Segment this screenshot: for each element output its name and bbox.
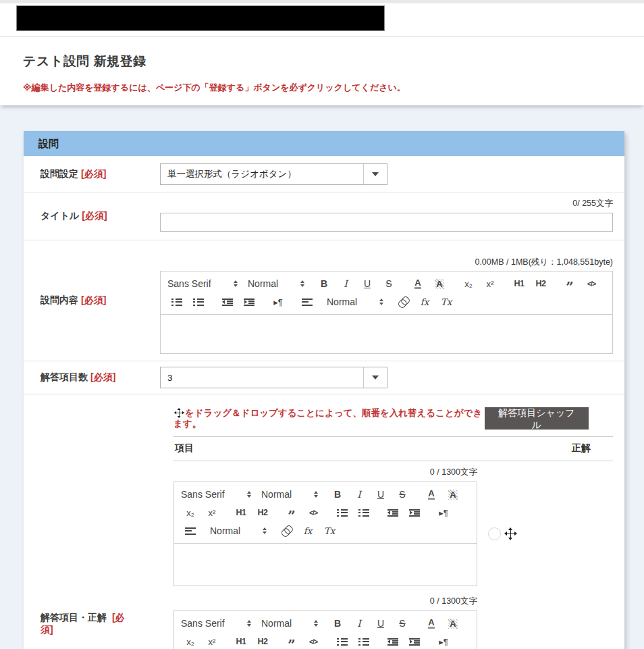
edit-note: ※編集した内容を登録するには、ページ下の「登録する」ボタンを必ずクリックしてくだ… bbox=[23, 82, 621, 94]
size-select[interactable]: Normal bbox=[327, 294, 383, 309]
updown-arrow-icon bbox=[263, 527, 267, 534]
updown-arrow-icon bbox=[300, 280, 304, 287]
bullet-list-button[interactable] bbox=[354, 505, 373, 520]
underline-icon: U bbox=[377, 489, 384, 500]
h2-button[interactable]: H2 bbox=[531, 276, 550, 291]
subscript-button[interactable]: x₂ bbox=[181, 634, 200, 649]
answer-table-header: 項目 正解 bbox=[173, 437, 613, 461]
background-button[interactable]: A bbox=[444, 487, 462, 502]
underline-icon: U bbox=[377, 618, 384, 629]
required-badge: [必須] bbox=[81, 294, 106, 305]
font-select[interactable]: Sans Serif bbox=[181, 616, 251, 631]
direction-button[interactable]: ▸¶ bbox=[269, 294, 288, 309]
link-button[interactable] bbox=[394, 294, 412, 309]
underline-button[interactable]: U bbox=[371, 487, 390, 502]
h2-button[interactable]: H2 bbox=[253, 634, 272, 649]
editor-content-area[interactable] bbox=[161, 315, 612, 353]
header-select-value: Normal bbox=[248, 278, 278, 289]
shuffle-answers-button[interactable]: 解答項目シャッフル bbox=[485, 407, 589, 430]
align-button[interactable] bbox=[181, 523, 200, 538]
strike-button[interactable]: S bbox=[393, 487, 412, 502]
color-button[interactable]: A bbox=[422, 616, 441, 631]
h2-icon: H2 bbox=[258, 637, 268, 646]
page-title: テスト設問 新規登録 bbox=[23, 53, 621, 70]
italic-button[interactable]: I bbox=[336, 276, 355, 291]
formula-button[interactable]: fx bbox=[298, 523, 317, 538]
move-handle-icon bbox=[175, 409, 184, 418]
h1-button[interactable]: H1 bbox=[232, 505, 250, 520]
h1-icon: H1 bbox=[236, 508, 246, 517]
blockquote-button[interactable]: ” bbox=[282, 634, 301, 649]
code-block-button[interactable]: </> bbox=[304, 634, 323, 649]
title-input[interactable] bbox=[160, 213, 613, 232]
bold-button[interactable]: B bbox=[328, 616, 347, 631]
dropdown-arrow-icon bbox=[363, 367, 387, 388]
size-select-value: Normal bbox=[210, 525, 240, 536]
label-text: 設問設定 bbox=[41, 168, 78, 179]
answer-item-editor: Sans SerifNormalBIUSAAx₂x²H1H2”</>▸¶Norm… bbox=[173, 482, 477, 586]
bullet-list-button[interactable] bbox=[189, 294, 208, 309]
correct-answer-radio[interactable] bbox=[488, 527, 501, 540]
bold-button[interactable]: B bbox=[328, 487, 347, 502]
h1-button[interactable]: H1 bbox=[510, 276, 529, 291]
blockquote-button[interactable]: ” bbox=[560, 276, 579, 291]
italic-icon: I bbox=[344, 278, 348, 289]
outdent-button[interactable] bbox=[218, 294, 237, 309]
color-button[interactable]: A bbox=[408, 276, 427, 291]
indent-button[interactable] bbox=[405, 634, 424, 649]
ordered-list-button[interactable] bbox=[333, 505, 352, 520]
code-block-button[interactable]: </> bbox=[582, 276, 601, 291]
direction-button[interactable]: ▸¶ bbox=[434, 634, 453, 649]
italic-button[interactable]: I bbox=[350, 616, 369, 631]
superscript-button[interactable]: x² bbox=[203, 634, 221, 649]
font-select[interactable]: Sans Serif bbox=[167, 276, 238, 291]
answer-count-select[interactable]: 3 bbox=[160, 367, 387, 388]
direction-icon: ▸¶ bbox=[439, 508, 448, 518]
superscript-button[interactable]: x² bbox=[203, 505, 221, 520]
color-button[interactable]: A bbox=[422, 487, 441, 502]
outdent-button[interactable] bbox=[383, 634, 402, 649]
bold-button[interactable]: B bbox=[315, 276, 333, 291]
background-button[interactable]: A bbox=[430, 276, 449, 291]
strike-button[interactable]: S bbox=[393, 616, 412, 631]
italic-button[interactable]: I bbox=[350, 487, 369, 502]
header-select[interactable]: Normal bbox=[248, 276, 304, 291]
bullet-list-button[interactable] bbox=[354, 634, 373, 649]
indent-icon bbox=[409, 509, 420, 517]
size-select[interactable]: Normal bbox=[210, 523, 267, 538]
formula-button[interactable]: fx bbox=[415, 294, 434, 309]
indent-icon bbox=[409, 638, 420, 646]
updown-arrow-icon bbox=[247, 620, 251, 627]
ordered-list-button[interactable] bbox=[333, 634, 352, 649]
question-type-select[interactable]: 単一選択形式（ラジオボタン） bbox=[160, 163, 387, 185]
strike-button[interactable]: S bbox=[379, 276, 398, 291]
answer-count-value: 3 bbox=[161, 373, 363, 383]
background-icon: A bbox=[448, 619, 457, 629]
h1-button[interactable]: H1 bbox=[232, 634, 250, 649]
h2-button[interactable]: H2 bbox=[253, 505, 272, 520]
ordered-list-button[interactable] bbox=[167, 294, 186, 309]
direction-button[interactable]: ▸¶ bbox=[434, 505, 453, 520]
subscript-button[interactable]: x₂ bbox=[181, 505, 200, 520]
editor-content-area[interactable] bbox=[174, 544, 477, 586]
header-select[interactable]: Normal bbox=[261, 487, 318, 502]
code-block-button[interactable]: </> bbox=[304, 505, 323, 520]
indent-button[interactable] bbox=[240, 294, 259, 309]
align-button[interactable] bbox=[298, 294, 317, 309]
header-select[interactable]: Normal bbox=[261, 616, 318, 631]
blockquote-button[interactable]: ” bbox=[282, 505, 301, 520]
background-button[interactable]: A bbox=[444, 616, 462, 631]
font-select-value: Sans Serif bbox=[167, 278, 211, 289]
subscript-button[interactable]: x₂ bbox=[459, 276, 478, 291]
underline-button[interactable]: U bbox=[358, 276, 377, 291]
font-select[interactable]: Sans Serif bbox=[181, 487, 251, 502]
underline-button[interactable]: U bbox=[371, 616, 390, 631]
updown-arrow-icon bbox=[247, 491, 251, 498]
clean-button[interactable]: Tx bbox=[320, 523, 339, 538]
link-button[interactable] bbox=[277, 523, 296, 538]
outdent-button[interactable] bbox=[383, 505, 402, 520]
superscript-button[interactable]: x² bbox=[481, 276, 500, 291]
clean-button[interactable]: Tx bbox=[437, 294, 456, 309]
move-handle-icon[interactable] bbox=[505, 528, 516, 540]
indent-button[interactable] bbox=[405, 505, 424, 520]
